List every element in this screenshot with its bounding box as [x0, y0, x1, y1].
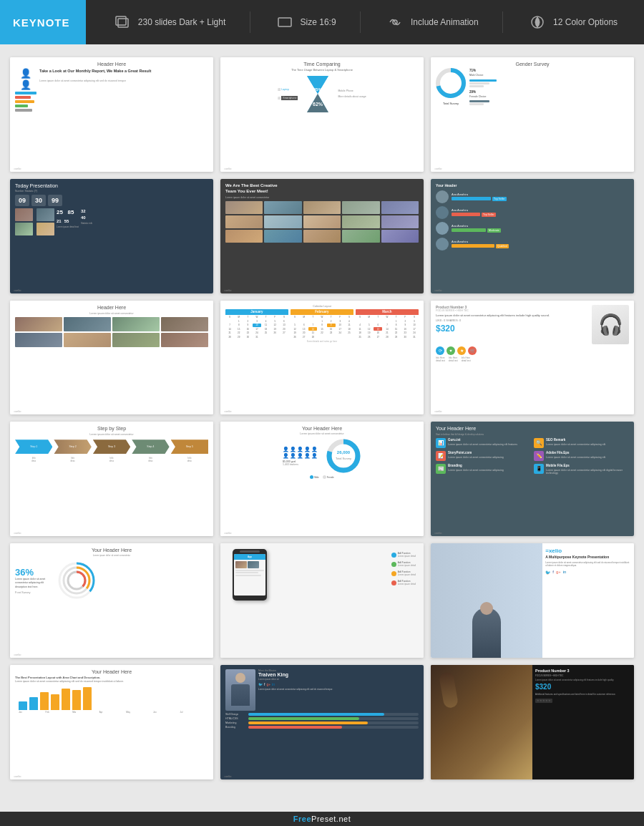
watermark-text: FreePreset.net — [293, 815, 351, 823]
slide-16-brand: =xelio — [14, 774, 21, 778]
slide-9[interactable]: Product Number 3 FOCUS SERIES • HIGH TEC… — [431, 301, 634, 415]
slide-4-title: Today Presentation — [15, 183, 208, 188]
feature-size: Size 16:9 — [275, 12, 336, 32]
slide-12-title: Your Header Here — [436, 426, 629, 431]
svg-rect-0 — [116, 16, 126, 25]
slide-3[interactable]: Gender Survey Total Survey 71% Male Choi… — [431, 57, 634, 172]
slide-13-title: Your Header Here — [15, 548, 208, 553]
slide-8[interactable]: Calendar Layout January SMTWTFS 123456 7… — [220, 301, 424, 415]
feature-colors: 12 Color Options — [527, 12, 618, 32]
stat-30: 30 — [31, 195, 46, 206]
slide-12-brand: =xelio — [434, 531, 442, 535]
slide-7-title: Header Here — [15, 305, 208, 310]
slide-1-text: Take a Look at Our Monthly Report, We Ma… — [39, 69, 151, 83]
slide-5-title: We Are The Best CreativeTeam You Ever Me… — [225, 183, 419, 195]
slide-9-brand: =xelio — [434, 409, 442, 413]
slide-1[interactable]: Header Here 👤 👤 Take a Look at Our Month… — [10, 57, 213, 172]
slide-13-brand: =xelio — [14, 653, 21, 656]
slide-5-brand: =xelio — [224, 288, 232, 292]
slide-10[interactable]: Step by Step Lorem ipsum dolor sit amet … — [10, 422, 213, 536]
svg-text:62%: 62% — [313, 102, 323, 107]
size-icon — [275, 12, 295, 32]
svg-rect-2 — [278, 18, 291, 26]
slide-1-title: Header Here — [15, 62, 208, 67]
slide-17[interactable]: Meet the Master Traiven King Lorem ipsum… — [220, 665, 424, 779]
slide-2-title: Time Comparing — [225, 62, 419, 67]
february-calendar: February SMTWTFS 1234 567891011 12131415… — [291, 309, 353, 339]
slide-3-brand: =xelio — [434, 167, 442, 170]
slides-icon — [112, 12, 132, 32]
slide-7-brand: =xelio — [14, 409, 21, 413]
slide-11[interactable]: Your Header Here Lorem ipsum dolor sit a… — [220, 422, 424, 536]
slide-3-title: Gender Survey — [436, 62, 629, 67]
header-features: 230 slides Dark + Light Size 16:9 Includ… — [86, 11, 644, 33]
slide-10-title: Step by Step — [15, 426, 208, 431]
keynote-badge: KEYNOTE — [0, 0, 86, 44]
person-icon-2: 👤 — [20, 80, 31, 89]
animation-icon — [385, 12, 405, 32]
slide-10-brand: =xelio — [14, 531, 21, 535]
slide-18[interactable]: Product Number 3 FOCUS SERIES • HIGH TEC… — [431, 665, 634, 779]
slide-4-brand: =xelio — [14, 288, 21, 292]
march-calendar: March SMTWTFS 123 45678910 1112131415161… — [356, 309, 419, 339]
slide-15[interactable]: =xelio A Multipurpose Keynote Presentati… — [431, 543, 634, 658]
svg-text:45%: 45% — [313, 87, 323, 92]
person-icon-1: 👤 — [20, 69, 31, 78]
svg-text:26,000: 26,000 — [337, 450, 351, 455]
slide-11-title: Your Header Here — [225, 426, 419, 431]
slides-grid: Header Here 👤 👤 Take a Look at Our Month… — [0, 44, 644, 792]
slide-11-brand: =xelio — [224, 531, 232, 535]
slide-2[interactable]: Time Comparing The Time Usage Between La… — [220, 57, 424, 172]
slide-16[interactable]: Your Header Here The Best Presentation L… — [10, 665, 213, 779]
watermark: FreePreset.net — [0, 812, 644, 826]
slide-4[interactable]: Today Presentation Number Statistic (?) … — [10, 179, 213, 293]
slide-8-brand: =xelio — [224, 409, 232, 413]
slide-5[interactable]: We Are The Best CreativeTeam You Ever Me… — [220, 179, 424, 293]
stat-99: 99 — [48, 195, 62, 206]
slide-17-brand: =xelio — [224, 774, 232, 778]
slide-16-title: Your Header Here — [15, 669, 208, 674]
feature-animation: Include Animation — [385, 12, 479, 32]
svg-rect-1 — [118, 19, 128, 27]
header-bar: KEYNOTE 230 slides Dark + Light Size 16:… — [0, 0, 644, 44]
colors-icon — [527, 12, 547, 32]
stat-09: 09 — [15, 195, 29, 206]
slide-7[interactable]: Header Here Lorem ipsum dolor sit amet c… — [10, 301, 213, 415]
slide-14[interactable]: App — [220, 543, 424, 658]
slide-1-brand: =xelio — [14, 167, 21, 170]
svg-text:Total Survey: Total Survey — [336, 457, 351, 460]
feature-slides: 230 slides Dark + Light — [112, 12, 225, 32]
slide-13[interactable]: Your Header Here Lorem ipsum dolor sit a… — [10, 543, 213, 658]
slide-12[interactable]: Your Header Here Start to believe that f… — [431, 422, 634, 536]
january-calendar: January SMTWTFS 123456 78910111213 14151… — [225, 309, 288, 339]
slide-2-brand: =xelio — [224, 167, 232, 170]
slide-6-brand: =xelio — [434, 288, 442, 292]
slide-6[interactable]: Your Header Ana Amahira Top Seller — [431, 179, 634, 293]
